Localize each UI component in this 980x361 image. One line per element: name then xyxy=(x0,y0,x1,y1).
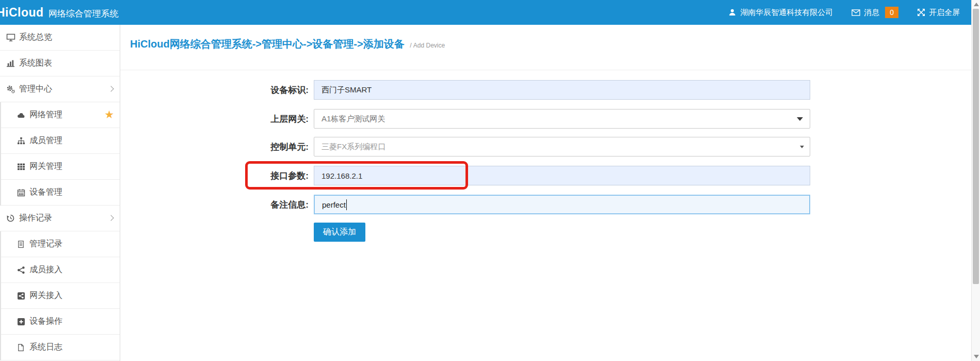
upper-gateway-select[interactable]: A1栋客户测试网关 xyxy=(314,109,810,129)
sidebar-item-system-overview[interactable]: 系统总览 xyxy=(0,25,120,51)
top-header: HiCloud 网络综合管理系统 湖南华辰智通科技有限公司 消息 0 xyxy=(0,0,971,25)
app-window: HiCloud 网络综合管理系统 湖南华辰智通科技有限公司 消息 0 xyxy=(0,0,980,361)
share-icon xyxy=(16,265,26,274)
sidebar-item-label: 管理中心 xyxy=(19,84,52,95)
sidebar-item-label: 系统总览 xyxy=(19,32,52,43)
sidebar-item-management-center[interactable]: 管理中心 xyxy=(0,76,120,102)
app-logo: HiCloud 网络综合管理系统 xyxy=(0,6,119,20)
control-unit-select[interactable]: 三菱FX系列编程口 xyxy=(314,137,810,156)
sidebar-item-label: 系统日志 xyxy=(29,342,62,353)
device-id-label: 设备标识: xyxy=(181,84,309,96)
sidebar-item-label: 设备管理 xyxy=(29,187,62,198)
messages-count-badge: 0 xyxy=(885,7,898,18)
sidebar-item-device-operations[interactable]: 设备操作 xyxy=(1,309,120,335)
sidebar-item-management-records[interactable]: 管理记录 xyxy=(1,231,120,257)
remarks-label: 备注信息: xyxy=(181,199,309,211)
interface-params-label: 接口参数: xyxy=(181,170,309,182)
sitemap-icon xyxy=(16,136,26,145)
sidebar-item-label: 成员接入 xyxy=(29,264,62,275)
sidebar-item-operation-records[interactable]: 操作记录 xyxy=(0,206,120,231)
fullscreen-icon xyxy=(917,8,925,17)
upper-gateway-selected-value: A1栋客户测试网关 xyxy=(322,114,385,124)
file-icon xyxy=(16,343,26,352)
favorite-star-icon[interactable]: ★ xyxy=(104,108,114,121)
breadcrumb-divider xyxy=(120,70,971,70)
gears-icon xyxy=(6,85,15,93)
sidebar-item-label: 设备操作 xyxy=(29,316,62,327)
device-id-input[interactable] xyxy=(314,80,810,100)
plus-square-icon xyxy=(16,317,26,326)
sidebar-item-label: 成员管理 xyxy=(29,135,62,146)
breadcrumb-path: HiCloud网络综合管理系统->管理中心->设备管理->添加设备 xyxy=(130,38,405,50)
text-cursor xyxy=(346,199,347,210)
scroll-down-arrow-icon[interactable] xyxy=(974,355,979,358)
breadcrumb: HiCloud网络综合管理系统->管理中心->设备管理->添加设备 / Add … xyxy=(130,37,445,51)
messages-button[interactable]: 消息 0 xyxy=(852,7,898,18)
file-text-icon xyxy=(16,240,26,248)
cloud-icon xyxy=(16,111,26,119)
operation-records-submenu: 管理记录 成员接入 网关接入 设备操作 xyxy=(0,231,120,360)
user-icon xyxy=(728,8,736,17)
vertical-scrollbar[interactable] xyxy=(971,0,980,361)
sidebar-item-label: 管理记录 xyxy=(29,239,62,249)
interface-params-input[interactable] xyxy=(314,166,810,185)
sidebar-item-gateway-management[interactable]: 网关管理 xyxy=(1,154,120,180)
remarks-input[interactable]: perfect xyxy=(314,195,810,214)
scroll-up-arrow-icon[interactable] xyxy=(974,3,979,6)
remarks-value: perfect xyxy=(322,200,346,209)
company-account[interactable]: 湖南华辰智通科技有限公司 xyxy=(728,8,833,18)
history-icon xyxy=(6,214,15,223)
confirm-add-button[interactable]: 确认添加 xyxy=(314,223,365,242)
sidebar-item-label: 网关接入 xyxy=(29,290,62,301)
sidebar-item-member-access[interactable]: 成员接入 xyxy=(1,257,120,283)
share-square-icon xyxy=(16,291,26,300)
upper-gateway-label: 上层网关: xyxy=(181,113,309,125)
chevron-down-icon xyxy=(800,146,804,148)
fullscreen-button[interactable]: 开启全屏 xyxy=(917,8,960,18)
sidebar-item-device-management[interactable]: 设备管理 xyxy=(1,180,120,206)
desktop-icon xyxy=(6,33,15,42)
sidebar-item-label: 操作记录 xyxy=(19,213,52,224)
sidebar-item-label: 网络管理 xyxy=(29,109,62,120)
logo-subtitle-text: 网络综合管理系统 xyxy=(49,8,119,20)
sidebar-item-system-charts[interactable]: 系统图表 xyxy=(0,51,120,76)
control-unit-selected-value: 三菱FX系列编程口 xyxy=(322,142,385,152)
chevron-right-icon xyxy=(108,86,114,91)
fullscreen-label: 开启全屏 xyxy=(929,8,960,18)
control-unit-label: 控制单元: xyxy=(181,141,309,153)
messages-label: 消息 xyxy=(864,8,879,18)
chevron-right-icon xyxy=(108,215,114,221)
logo-brand-text: HiCloud xyxy=(0,6,44,20)
sidebar-item-label: 系统图表 xyxy=(19,58,52,69)
sidebar: 系统总览 系统图表 管理中心 网络管理 ★ xyxy=(0,25,120,361)
chevron-down-icon xyxy=(797,117,803,121)
scrollbar-thumb[interactable] xyxy=(973,9,979,284)
sidebar-item-network-management[interactable]: 网络管理 ★ xyxy=(1,102,120,128)
envelope-icon xyxy=(852,9,860,17)
bar-chart-icon xyxy=(6,59,15,68)
grid-icon xyxy=(16,162,26,171)
sidebar-item-system-logs[interactable]: 系统日志 xyxy=(1,335,120,360)
sidebar-item-label: 网关管理 xyxy=(29,161,62,172)
breadcrumb-suffix: / Add Device xyxy=(410,42,445,49)
sidebar-item-member-management[interactable]: 成员管理 xyxy=(1,128,120,154)
management-center-submenu: 网络管理 ★ 成员管理 网关管理 设备管理 xyxy=(0,102,120,206)
calendar-icon xyxy=(16,188,26,197)
sidebar-item-gateway-access[interactable]: 网关接入 xyxy=(1,283,120,309)
company-name: 湖南华辰智通科技有限公司 xyxy=(740,8,833,18)
